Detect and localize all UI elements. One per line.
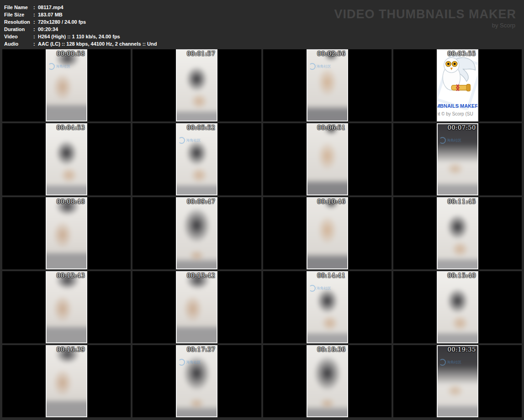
- thumbnail-cell: 海角社区 00:18:36: [263, 345, 392, 417]
- timestamp-overlay: 00:04:53: [57, 124, 85, 131]
- meta-value: 00:20:34: [38, 26, 58, 32]
- meta-video: Video:H264 (High) :: 1 110 kb/s, 24.00 f…: [4, 33, 157, 40]
- cn-watermark-text: 海角社区: [447, 138, 461, 143]
- frame-art: [307, 197, 348, 269]
- cn-watermark-text: 海角社区: [186, 360, 201, 365]
- meta-separator: :: [33, 18, 38, 26]
- thumbnail-cell: 海角社区 00:13:42: [132, 271, 261, 343]
- frame-art: [176, 345, 217, 417]
- thumbnail-cell: 海角社区 00:06:51: [263, 123, 392, 195]
- timestamp-overlay: 00:00:58: [57, 50, 85, 57]
- video-frame-placeholder: 海角社区 00:16:39: [46, 345, 87, 417]
- frame-art: [307, 49, 348, 121]
- frame-art: [46, 197, 87, 269]
- video-frame-placeholder: 海角社区 00:06:51: [307, 123, 348, 195]
- video-frame-placeholder: 海角社区 00:11:45: [437, 197, 478, 269]
- frame-art: [437, 345, 478, 417]
- frame-art: [176, 123, 217, 195]
- cn-watermark-text: 海角社区: [447, 360, 461, 365]
- thumbnail-cell: 海角社区 00:10:46: [263, 197, 392, 269]
- meta-separator: :: [33, 26, 38, 33]
- video-frame-placeholder: 海角社区 00:04:53: [46, 123, 87, 195]
- frame-art: [307, 123, 348, 195]
- meta-label: Audio: [4, 40, 33, 47]
- frame-art: [176, 197, 217, 269]
- meta-resolution: Resolution:720x1280 / 24.00 fps: [4, 18, 157, 26]
- info-header: File Name:08117.mp4 File Size:183.07 MB …: [0, 0, 524, 49]
- thumbnail-cell: 海角社区 00:11:45: [393, 197, 522, 269]
- frame-art: [176, 271, 217, 343]
- cn-watermark-text: 海角社区: [317, 286, 331, 291]
- cn-watermark-text: 海角社区: [317, 64, 331, 69]
- meta-separator: :: [33, 4, 38, 11]
- meta-label: File Name: [4, 4, 33, 11]
- meta-separator: :: [33, 11, 38, 18]
- thumbnail-cell: 海角社区 00:01:57: [132, 49, 261, 121]
- timestamp-overlay: 00:05:52: [187, 124, 215, 131]
- meta-value: 720x1280 / 24.00 fps: [38, 19, 86, 25]
- cn-site-watermark: 海角社区: [48, 63, 70, 70]
- video-frame-placeholder: 海角社区 00:00:58: [46, 49, 87, 121]
- thumbnail-cell: 海角社区 00:19:35: [393, 345, 522, 417]
- timestamp-overlay: 00:19:35: [447, 346, 476, 353]
- thumbnail-cell: 海角社区 00:17:37: [132, 345, 261, 417]
- frame-art: [307, 271, 348, 343]
- timestamp-overlay: 00:12:43: [57, 272, 85, 279]
- vtm-logo-title: MBNAILS MAKER 8: [437, 103, 478, 109]
- video-frame-placeholder: 海角社区 00:02:56: [307, 49, 348, 121]
- cn-site-watermark: 海角社区: [309, 285, 331, 292]
- swirl-logo-icon: [439, 137, 446, 144]
- video-frame-placeholder: 海角社区 00:01:57: [176, 49, 217, 121]
- thumbnail-cell: 海角社区 00:00:58: [2, 49, 131, 121]
- frame-art: [46, 49, 87, 121]
- cn-site-watermark: 海角社区: [439, 137, 461, 144]
- video-frame-placeholder: 海角社区 00:14:41: [307, 271, 348, 343]
- frame-art: [307, 345, 348, 417]
- thumbnail-cell: 海角社区 00:05:52: [132, 123, 261, 195]
- video-frame-placeholder: 海角社区 00:13:42: [176, 271, 217, 343]
- thumbnail-cell: 海角社区 00:08:48: [2, 197, 131, 269]
- timestamp-overlay: 00:07:50: [447, 124, 476, 131]
- thumbnail-cell: 海角社区 00:15:40: [393, 271, 522, 343]
- video-frame-placeholder: 海角社区 00:05:52: [176, 123, 217, 195]
- cn-site-watermark: 海角社区: [178, 137, 201, 144]
- frame-art: [46, 271, 87, 343]
- vtm-logo-splash-frame: MBNAILS MAKER 8 nt © by Scorp (SU 00:03:…: [437, 49, 478, 121]
- vtm-logo-credit: nt © by Scorp (SU: [437, 111, 473, 116]
- cn-site-watermark: 海角社区: [439, 359, 461, 366]
- file-metadata: File Name:08117.mp4 File Size:183.07 MB …: [4, 4, 157, 47]
- video-frame-placeholder: 海角社区 00:10:46: [307, 197, 348, 269]
- meta-separator: :: [33, 33, 38, 40]
- meta-file-size: File Size:183.07 MB: [4, 11, 157, 18]
- swirl-logo-icon: [439, 359, 446, 366]
- swirl-logo-icon: [48, 63, 55, 70]
- frame-art: [437, 271, 478, 343]
- meta-value: H264 (High) :: 1 110 kb/s, 24.00 fps: [38, 34, 120, 39]
- app-watermark-subtitle: by Scorp: [334, 22, 517, 29]
- meta-label: Video: [4, 33, 33, 40]
- cn-site-watermark: 海角社区: [178, 359, 201, 366]
- swirl-logo-icon: [178, 137, 185, 144]
- app-watermark-title: VIDEO THUMBNAILS MAKER: [334, 7, 517, 21]
- meta-audio: Audio:AAC (LC) :: 128 kbps, 44100 Hz, 2 …: [4, 40, 157, 47]
- frame-art: [176, 49, 217, 121]
- swirl-logo-icon: [309, 285, 316, 292]
- thumbnail-cell: 海角社区 00:16:39: [2, 345, 131, 417]
- swirl-logo-icon: [178, 359, 185, 366]
- thumbnail-cell: 海角社区 00:14:41: [263, 271, 392, 343]
- frame-art: [46, 345, 87, 417]
- owl-with-scroll-icon: [439, 54, 477, 98]
- thumbnail-cell: 海角社区 00:09:47: [132, 197, 261, 269]
- timestamp-overlay: 00:06:51: [317, 124, 345, 131]
- timestamp-overlay: 00:16:39: [57, 346, 85, 353]
- timestamp-overlay: 00:13:42: [187, 272, 215, 279]
- thumbnail-cell: MBNAILS MAKER 8 nt © by Scorp (SU 00:03:…: [393, 49, 522, 121]
- app-watermark: VIDEO THUMBNAILS MAKER by Scorp: [334, 7, 517, 29]
- swirl-logo-icon: [309, 63, 316, 70]
- video-frame-placeholder: 海角社区 00:17:37: [176, 345, 217, 417]
- timestamp-overlay: 00:03:55: [447, 50, 476, 57]
- meta-label: Resolution: [4, 18, 33, 26]
- timestamp-overlay: 00:15:40: [447, 272, 476, 279]
- video-frame-placeholder: 海角社区 00:18:36: [307, 345, 348, 417]
- thumbnail-cell: 海角社区 00:07:50: [393, 123, 522, 195]
